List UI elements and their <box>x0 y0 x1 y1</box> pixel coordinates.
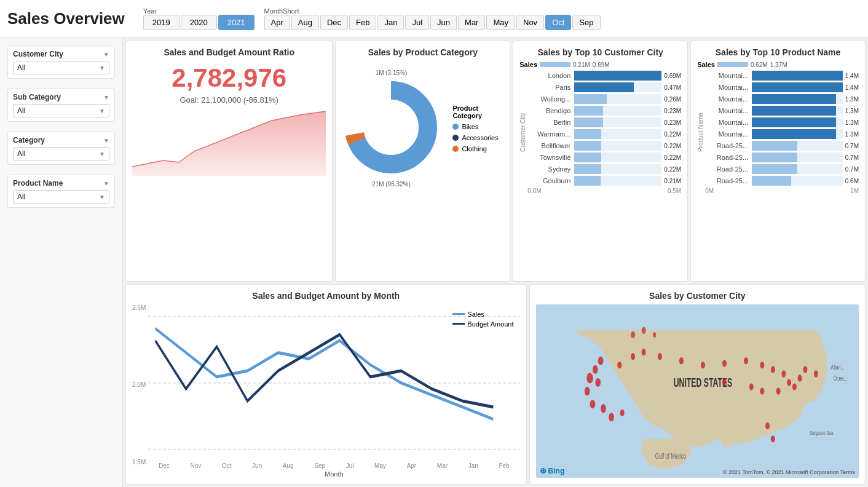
year-filter-group: Year 2019 2020 2021 <box>143 7 254 30</box>
bar-row-berlin: Berlin 0.23M <box>527 117 681 127</box>
filter-product-name: Product Name ▼ All ▼ <box>7 175 115 208</box>
product-track-8 <box>752 152 843 162</box>
line-x-axis: Dec Nov Oct Jun Aug Sep Jul May Apr Mar … <box>148 462 519 469</box>
chevron-down-icon: ▼ <box>99 65 105 71</box>
product-label-8: Road-25... <box>705 154 748 161</box>
category-select[interactable]: All ▼ <box>13 147 109 160</box>
product-track-2 <box>752 82 843 92</box>
month-btn-aug[interactable]: Aug <box>291 15 319 30</box>
bar-value-warrnam: 0.22M <box>664 131 681 138</box>
x-may: May <box>374 462 386 469</box>
product-label-4: Mountai... <box>705 107 748 114</box>
bar-value-bellflower: 0.22M <box>664 143 681 149</box>
product-value-5: 1.3M <box>845 119 859 126</box>
month-btn-jun[interactable]: Jun <box>430 15 457 30</box>
atlantic-label: Atlan... <box>831 363 844 371</box>
area-fill <box>132 111 326 176</box>
month-btn-sep[interactable]: Sep <box>572 15 600 30</box>
area-chart-svg <box>132 108 326 176</box>
product-bar-9: Road-25... 0.7M <box>705 164 859 174</box>
year-btn-2020[interactable]: 2020 <box>181 15 217 30</box>
top10-city-title: Sales by Top 10 Customer City <box>519 47 681 57</box>
category-label: Category <box>13 136 45 145</box>
month-btn-jul[interactable]: Jul <box>405 15 429 30</box>
product-value-2: 1.4M <box>845 84 859 91</box>
city-sales-label: Sales <box>519 61 537 68</box>
bar-row-london: London 0.69M <box>527 71 681 81</box>
month-label: MonthShort <box>264 7 601 15</box>
legend-budget: Budget Amount <box>452 320 513 328</box>
year-btn-2021[interactable]: 2021 <box>218 15 254 30</box>
product-name-label: Product Name <box>13 179 63 188</box>
bar-fill-wollong <box>574 94 607 104</box>
product-track-4 <box>752 106 843 116</box>
x-nov: Nov <box>190 462 201 469</box>
year-btn-2019[interactable]: 2019 <box>143 15 180 30</box>
map-card: Sales by Customer City Gulf of Mexico UN… <box>529 284 866 485</box>
dot-27 <box>722 379 727 386</box>
chevron-icon-2: ▼ <box>103 94 109 101</box>
bar-fill-berlin <box>574 117 603 127</box>
city-bars: London 0.69M Paris 0.47M <box>527 71 681 194</box>
legend-sales-label: Sales <box>467 311 484 318</box>
product-bar-7: Road-25... 0.7M <box>705 141 859 151</box>
product-bar-5: Mountai... 1.3M <box>705 117 859 127</box>
chevron-down-icon-3: ▼ <box>99 151 105 157</box>
month-btn-feb[interactable]: Feb <box>349 15 376 30</box>
product-axis-labels: 0M 1M <box>705 188 859 194</box>
bar-track-warrnam <box>574 129 661 139</box>
line-card: Sales and Budget Amount by Month 2.5M 2.… <box>125 284 527 485</box>
month-btn-mar[interactable]: Mar <box>458 15 485 30</box>
dot-28 <box>803 366 807 373</box>
bar-row-sydney: Sydney 0.22M <box>527 164 681 174</box>
customer-city-select[interactable]: All ▼ <box>13 61 109 74</box>
bar-label-london: London <box>527 72 570 79</box>
line-y-labels: 2.5M 2.0M 1.5M <box>132 304 146 478</box>
dot-10 <box>617 362 621 368</box>
map-card-title: Sales by Customer City <box>536 291 859 301</box>
dot-ca-2 <box>641 327 645 333</box>
product-track-10 <box>752 176 843 186</box>
year-label: Year <box>143 7 254 15</box>
month-btn-nov[interactable]: Nov <box>516 15 544 30</box>
month-btn-jan[interactable]: Jan <box>377 15 404 30</box>
bar-row-wollong: Wollong... 0.26M <box>527 94 681 104</box>
product-name-select[interactable]: All ▼ <box>13 190 109 204</box>
top10-city-card: Sales by Top 10 Customer City Sales 0.21… <box>513 41 688 282</box>
product-fill-10 <box>752 176 791 186</box>
bar-row-warrnam: Warrnam... 0.22M <box>527 129 681 139</box>
bar-fill-goulburn <box>574 176 601 186</box>
bar-row-townsville: Townsville 0.22M <box>527 152 681 162</box>
bar-track-wollong <box>574 94 661 104</box>
sub-category-select[interactable]: All ▼ <box>13 104 109 117</box>
city-axis-05: 0.5M <box>668 188 681 194</box>
bar-fill-paris <box>574 82 634 92</box>
bar-track-sydney <box>574 164 661 174</box>
bar-value-goulburn: 0.21M <box>664 178 681 184</box>
month-btn-oct[interactable]: Oct <box>545 15 571 30</box>
clothing-icon <box>452 146 459 152</box>
dot-11 <box>631 353 635 360</box>
month-btn-may[interactable]: May <box>486 15 515 30</box>
month-filter-group: MonthShort Apr Aug Dec Feb Jan Jul Jun M… <box>264 7 601 30</box>
product-label-6: Mountai... <box>705 130 748 138</box>
filter-customer-city: Customer City ▼ All ▼ <box>7 46 115 79</box>
donut-label-bottom: 21M (95.32%) <box>372 181 411 188</box>
product-label-9: Road-25... <box>705 165 748 173</box>
product-sales-label: Sales <box>697 61 715 68</box>
product-label-10: Road-25... <box>705 177 748 184</box>
x-dec: Dec <box>159 462 170 469</box>
product-label-1: Mountai... <box>705 72 748 79</box>
accessories-icon <box>452 135 459 141</box>
dot-4 <box>595 378 601 387</box>
customer-city-value: All <box>17 63 25 72</box>
line-legend: Sales Budget Amount <box>452 311 513 328</box>
dot-6 <box>590 400 595 408</box>
ocean-label: Ocea... <box>833 374 847 382</box>
bar-fill-sydney <box>574 164 601 174</box>
sargasso-label: Sargasso Sea <box>809 429 833 436</box>
month-btn-dec[interactable]: Dec <box>320 15 348 30</box>
month-btn-apr[interactable]: Apr <box>264 15 290 30</box>
city-range-bar <box>540 62 570 67</box>
bikes-icon <box>452 124 459 130</box>
